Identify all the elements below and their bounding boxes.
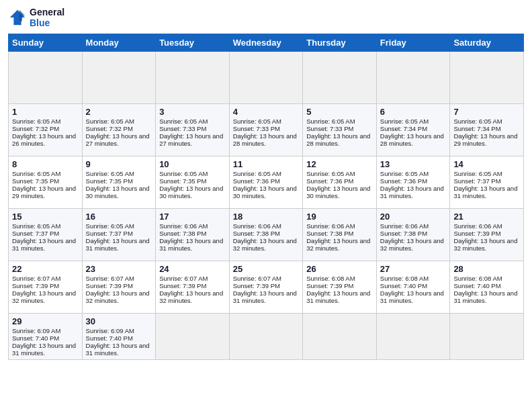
- daylight: Daylight: 13 hours and 28 minutes.: [380, 132, 444, 147]
- day-number: 12: [306, 159, 373, 169]
- day-number: 24: [159, 264, 226, 274]
- calendar-cell: 20Sunrise: 6:06 AMSunset: 7:38 PMDayligh…: [376, 209, 450, 261]
- day-number: 17: [159, 212, 226, 222]
- sunset: Sunset: 7:37 PM: [453, 177, 500, 185]
- day-number: 29: [12, 316, 79, 326]
- sunset: Sunset: 7:39 PM: [453, 230, 500, 237]
- calendar-cell: 4Sunrise: 6:05 AMSunset: 7:33 PMDaylight…: [229, 104, 303, 156]
- sunset: Sunset: 7:33 PM: [306, 125, 353, 132]
- calendar-cell: 10Sunrise: 6:05 AMSunset: 7:35 PMDayligh…: [156, 156, 230, 209]
- sunset: Sunset: 7:36 PM: [306, 177, 353, 185]
- day-number: 25: [233, 264, 300, 274]
- calendar-container: General Blue SundayMondayTuesdayWednesda…: [0, 0, 532, 365]
- day-number: 1: [12, 107, 79, 117]
- logo-text-general: General: [30, 7, 64, 17]
- day-number: 6: [380, 107, 447, 117]
- daylight: Daylight: 13 hours and 32 minutes.: [306, 237, 370, 252]
- calendar-week-2: 1Sunrise: 6:05 AMSunset: 7:32 PMDaylight…: [9, 104, 524, 156]
- calendar-cell: 5Sunrise: 6:05 AMSunset: 7:33 PMDaylight…: [303, 104, 377, 156]
- sunrise: Sunrise: 6:07 AM: [86, 275, 134, 282]
- day-number: 28: [453, 264, 520, 274]
- sunrise: Sunrise: 6:05 AM: [233, 170, 281, 177]
- day-number: 15: [12, 212, 79, 222]
- sunrise: Sunrise: 6:05 AM: [453, 118, 502, 125]
- calendar-cell: 2Sunrise: 6:05 AMSunset: 7:32 PMDaylight…: [82, 104, 156, 156]
- daylight: Daylight: 13 hours and 29 minutes.: [12, 185, 76, 199]
- sunset: Sunset: 7:37 PM: [86, 230, 133, 237]
- calendar-cell: 8Sunrise: 6:05 AMSunset: 7:35 PMDaylight…: [9, 156, 83, 209]
- day-number: 2: [86, 107, 152, 117]
- calendar-cell: [229, 314, 303, 360]
- day-number: 30: [86, 316, 152, 326]
- calendar-cell: 14Sunrise: 6:05 AMSunset: 7:37 PMDayligh…: [450, 156, 524, 209]
- day-number: 8: [12, 159, 79, 169]
- daylight: Daylight: 13 hours and 31 minutes.: [380, 185, 444, 199]
- logo-icon: [8, 8, 27, 27]
- daylight: Daylight: 13 hours and 30 minutes.: [233, 185, 297, 199]
- sunrise: Sunrise: 6:05 AM: [380, 118, 429, 125]
- weekday-header-tuesday: Tuesday: [156, 34, 230, 52]
- calendar-cell: 28Sunrise: 6:08 AMSunset: 7:40 PMDayligh…: [450, 261, 524, 314]
- daylight: Daylight: 13 hours and 27 minutes.: [159, 132, 223, 147]
- page-header: General Blue: [8, 7, 524, 28]
- sunset: Sunset: 7:40 PM: [380, 282, 427, 289]
- sunrise: Sunrise: 6:09 AM: [12, 327, 60, 334]
- daylight: Daylight: 13 hours and 31 minutes.: [453, 185, 517, 199]
- daylight: Daylight: 13 hours and 31 minutes.: [233, 289, 297, 304]
- sunset: Sunset: 7:34 PM: [453, 125, 500, 132]
- calendar-cell: [156, 314, 230, 360]
- day-number: 20: [380, 212, 447, 222]
- calendar-cell: 15Sunrise: 6:05 AMSunset: 7:37 PMDayligh…: [9, 209, 83, 261]
- sunset: Sunset: 7:35 PM: [12, 177, 59, 185]
- sunset: Sunset: 7:38 PM: [159, 230, 206, 237]
- sunrise: Sunrise: 6:05 AM: [86, 222, 134, 230]
- calendar-cell: 26Sunrise: 6:08 AMSunset: 7:39 PMDayligh…: [303, 261, 377, 314]
- day-number: 10: [159, 159, 226, 169]
- daylight: Daylight: 13 hours and 30 minutes.: [306, 185, 370, 199]
- calendar-cell: 13Sunrise: 6:05 AMSunset: 7:36 PMDayligh…: [376, 156, 450, 209]
- calendar-header-row: SundayMondayTuesdayWednesdayThursdayFrid…: [9, 34, 524, 52]
- weekday-header-thursday: Thursday: [303, 34, 377, 52]
- daylight: Daylight: 13 hours and 32 minutes.: [453, 237, 517, 252]
- sunrise: Sunrise: 6:08 AM: [380, 275, 429, 282]
- sunrise: Sunrise: 6:07 AM: [159, 275, 208, 282]
- sunset: Sunset: 7:33 PM: [233, 125, 280, 132]
- calendar-cell: 16Sunrise: 6:05 AMSunset: 7:37 PMDayligh…: [82, 209, 156, 261]
- weekday-header-sunday: Sunday: [9, 34, 83, 52]
- daylight: Daylight: 13 hours and 28 minutes.: [233, 132, 297, 147]
- sunrise: Sunrise: 6:09 AM: [86, 327, 134, 334]
- weekday-header-saturday: Saturday: [450, 34, 524, 52]
- sunrise: Sunrise: 6:06 AM: [453, 222, 502, 230]
- sunset: Sunset: 7:34 PM: [380, 125, 427, 132]
- sunset: Sunset: 7:36 PM: [233, 177, 280, 185]
- calendar-cell: 19Sunrise: 6:06 AMSunset: 7:38 PMDayligh…: [303, 209, 377, 261]
- day-number: 5: [306, 107, 373, 117]
- calendar-cell: [376, 52, 450, 104]
- daylight: Daylight: 13 hours and 32 minutes.: [12, 289, 76, 304]
- sunrise: Sunrise: 6:05 AM: [306, 118, 355, 125]
- day-number: 19: [306, 212, 373, 222]
- calendar-cell: 23Sunrise: 6:07 AMSunset: 7:39 PMDayligh…: [82, 261, 156, 314]
- calendar-cell: 11Sunrise: 6:05 AMSunset: 7:36 PMDayligh…: [229, 156, 303, 209]
- sunset: Sunset: 7:40 PM: [453, 282, 500, 289]
- sunset: Sunset: 7:32 PM: [12, 125, 59, 132]
- sunrise: Sunrise: 6:05 AM: [380, 170, 429, 177]
- daylight: Daylight: 13 hours and 32 minutes.: [159, 289, 223, 304]
- calendar-cell: 30Sunrise: 6:09 AMSunset: 7:40 PMDayligh…: [82, 314, 156, 360]
- calendar-cell: [450, 314, 524, 360]
- calendar-table: SundayMondayTuesdayWednesdayThursdayFrid…: [8, 34, 524, 360]
- sunset: Sunset: 7:35 PM: [86, 177, 133, 185]
- sunrise: Sunrise: 6:07 AM: [12, 275, 60, 282]
- calendar-cell: [303, 314, 377, 360]
- sunset: Sunset: 7:38 PM: [306, 230, 353, 237]
- sunrise: Sunrise: 6:05 AM: [12, 222, 60, 230]
- sunset: Sunset: 7:40 PM: [86, 334, 133, 342]
- daylight: Daylight: 13 hours and 26 minutes.: [12, 132, 76, 147]
- sunset: Sunset: 7:32 PM: [86, 125, 133, 132]
- sunset: Sunset: 7:39 PM: [86, 282, 133, 289]
- calendar-cell: 27Sunrise: 6:08 AMSunset: 7:40 PMDayligh…: [376, 261, 450, 314]
- sunrise: Sunrise: 6:06 AM: [233, 222, 281, 230]
- calendar-cell: 24Sunrise: 6:07 AMSunset: 7:39 PMDayligh…: [156, 261, 230, 314]
- calendar-cell: 6Sunrise: 6:05 AMSunset: 7:34 PMDaylight…: [376, 104, 450, 156]
- logo-general: General: [30, 7, 64, 17]
